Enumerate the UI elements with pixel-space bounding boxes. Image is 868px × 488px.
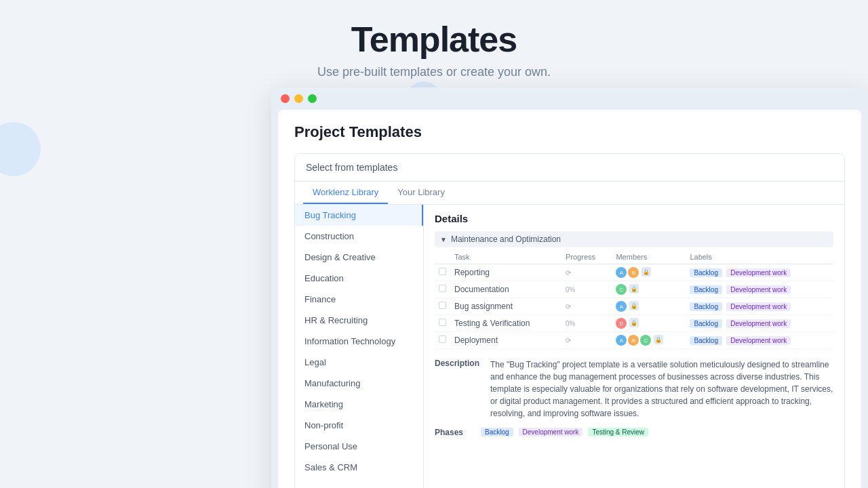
member-avatars: A 🔒 xyxy=(616,301,682,312)
label-badge-backlog: Backlog xyxy=(690,336,722,345)
traffic-light-red[interactable] xyxy=(281,94,290,103)
phases-label: Phases xyxy=(435,428,475,437)
phase-badge-backlog: Backlog xyxy=(481,428,513,436)
label-badge-devwork: Development work xyxy=(726,302,791,311)
chevron-down-icon: ▼ xyxy=(440,236,447,243)
progress-icon: 0% xyxy=(566,286,575,293)
traffic-light-green[interactable] xyxy=(308,94,317,103)
panel-tabs: Worklenz Library Your Library xyxy=(295,182,844,205)
lock-icon: 🔒 xyxy=(629,284,639,293)
table-row: Deployment ⟳ A B C 🔒 xyxy=(435,332,833,349)
table-row: Bug assignment ⟳ A 🔒 Backlog xyxy=(435,298,833,315)
member-avatars: A B 🔒 xyxy=(616,267,682,278)
category-item-personal-use[interactable]: Personal Use xyxy=(295,436,423,457)
category-item-hr-recruiting[interactable]: HR & Recruiting xyxy=(295,310,423,331)
tab-your-library[interactable]: Your Library xyxy=(388,182,454,204)
bg-decoration-1 xyxy=(0,122,41,176)
task-name: Deployment xyxy=(450,332,561,349)
category-item-bug-tracking[interactable]: Bug Tracking xyxy=(295,205,423,226)
section-label: Maintenance and Optimization xyxy=(451,235,561,244)
phase-badge-devwork: Development work xyxy=(519,428,583,436)
label-badge-devwork: Development work xyxy=(726,319,791,328)
avatar: D xyxy=(616,318,627,329)
label-badge-backlog: Backlog xyxy=(690,285,722,294)
lock-icon: 🔒 xyxy=(629,318,639,327)
details-title: Details xyxy=(435,213,833,224)
avatar: C xyxy=(616,284,627,295)
lock-icon: 🔒 xyxy=(642,267,651,277)
phases-badges: Backlog Development work Testing & Revie… xyxy=(481,428,650,436)
label-badge-backlog: Backlog xyxy=(690,319,722,328)
table-row: Documentation 0% C 🔒 Backlog xyxy=(435,281,833,298)
category-item-legal[interactable]: Legal xyxy=(295,352,423,373)
category-item-manufacturing[interactable]: Manufacturing xyxy=(295,373,423,394)
description-text: The "Bug Tracking" project template is a… xyxy=(490,359,833,420)
task-section-header: ▼ Maintenance and Optimization xyxy=(435,231,833,247)
templates-panel: Select from templates Worklenz Library Y… xyxy=(294,153,845,488)
avatar: B xyxy=(628,267,639,278)
col-checkbox xyxy=(435,250,450,264)
lock-icon: 🔒 xyxy=(654,335,663,344)
task-name: Reporting xyxy=(450,264,561,281)
task-checkbox[interactable] xyxy=(439,336,446,343)
label-badge-backlog: Backlog xyxy=(690,302,722,311)
member-avatars: D 🔒 xyxy=(616,318,682,329)
category-item-non-profit[interactable]: Non-profit xyxy=(295,415,423,436)
page-subtitle: Use pre-built templates or create your o… xyxy=(0,65,868,79)
task-checkbox[interactable] xyxy=(439,285,446,292)
task-table: Task Progress Members Labels Reporting xyxy=(435,250,833,349)
table-row: Reporting ⟳ A B 🔒 xyxy=(435,264,833,281)
avatar: A xyxy=(616,267,627,278)
page-title: Templates xyxy=(0,19,868,60)
browser-content: Project Templates Select from templates … xyxy=(278,110,861,488)
details-panel: Details ▼ Maintenance and Optimization T… xyxy=(424,205,844,488)
progress-icon: ⟳ xyxy=(566,269,571,277)
label-badge-devwork: Development work xyxy=(726,268,791,277)
category-item-sales-crm[interactable]: Sales & CRM xyxy=(295,457,423,478)
col-members: Members xyxy=(612,250,686,264)
progress-icon: 0% xyxy=(566,320,575,327)
page-header: Templates Use pre-built templates or cre… xyxy=(0,0,868,87)
category-item-construction[interactable]: Construction xyxy=(295,226,423,247)
label-badge-devwork: Development work xyxy=(726,285,791,294)
col-task: Task xyxy=(450,250,561,264)
tab-worklenz-library[interactable]: Worklenz Library xyxy=(303,182,388,204)
task-checkbox[interactable] xyxy=(439,319,446,326)
avatar: B xyxy=(628,335,639,346)
panel-body: Bug Tracking Construction Design & Creat… xyxy=(295,205,844,488)
task-checkbox[interactable] xyxy=(439,268,446,275)
browser-window: Project Templates Select from templates … xyxy=(271,87,868,488)
lock-icon: 🔒 xyxy=(629,301,639,310)
traffic-light-yellow[interactable] xyxy=(294,94,303,103)
avatar: C xyxy=(640,335,651,346)
task-name: Bug assignment xyxy=(450,298,561,315)
panel-header: Select from templates xyxy=(295,154,844,182)
task-name: Documentation xyxy=(450,281,561,298)
col-labels: Labels xyxy=(686,250,833,264)
label-badge-backlog: Backlog xyxy=(690,268,722,277)
category-item-marketing[interactable]: Marketing xyxy=(295,394,423,415)
progress-icon: ⟳ xyxy=(566,337,571,344)
phases-section: Phases Backlog Development work Testing … xyxy=(435,428,833,437)
category-item-education[interactable]: Education xyxy=(295,268,423,289)
avatar: A xyxy=(616,335,627,346)
table-row: Testing & Verification 0% D 🔒 Backlo xyxy=(435,315,833,332)
category-item-finance[interactable]: Finance xyxy=(295,289,423,310)
label-badge-devwork: Development work xyxy=(726,336,791,345)
browser-titlebar xyxy=(271,87,868,110)
description-section: Description The "Bug Tracking" project t… xyxy=(435,359,833,420)
category-item-information-technology[interactable]: Information Technology xyxy=(295,331,423,352)
member-avatars: A B C 🔒 xyxy=(616,335,682,346)
project-title: Project Templates xyxy=(294,123,845,141)
task-name: Testing & Verification xyxy=(450,315,561,332)
col-progress: Progress xyxy=(561,250,612,264)
category-list: Bug Tracking Construction Design & Creat… xyxy=(295,205,424,488)
avatar: A xyxy=(616,301,627,312)
progress-icon: ⟳ xyxy=(566,303,571,310)
task-checkbox[interactable] xyxy=(439,302,446,309)
description-label: Description xyxy=(435,359,479,415)
phase-badge-testing: Testing & Review xyxy=(588,428,648,436)
category-item-design-creative[interactable]: Design & Creative xyxy=(295,247,423,268)
member-avatars: C 🔒 xyxy=(616,284,682,295)
